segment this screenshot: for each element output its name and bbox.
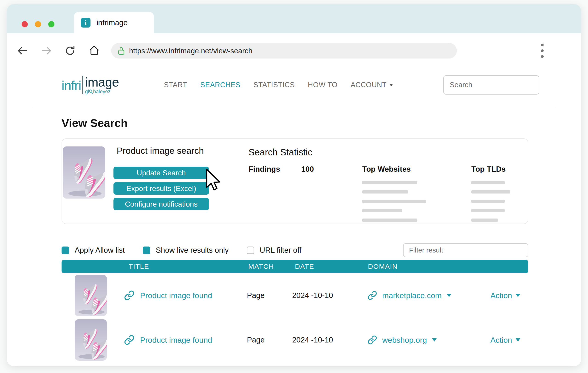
nav-item-statistics[interactable]: STATISTICS xyxy=(253,81,295,89)
result-title-link[interactable]: Product image found xyxy=(124,335,247,345)
placeholder-bar xyxy=(362,200,426,203)
table-header: TITLE MATCH DATE DOMAIN xyxy=(62,260,528,273)
result-date: 2024 -10-10 xyxy=(292,291,368,300)
checkbox-icon xyxy=(62,247,69,254)
nav-item-start[interactable]: START xyxy=(164,81,187,89)
logo-tagline: gl baleyez xyxy=(85,89,119,94)
placeholder-bar xyxy=(471,200,505,203)
results-table: TITLE MATCH DATE DOMAIN Product image fo… xyxy=(62,260,528,362)
search-statistic-panel: Search Statistic Findings 100 Top Websit… xyxy=(249,147,519,222)
browser-menu-button[interactable] xyxy=(540,42,545,59)
findings-stat: Findings 100 xyxy=(249,165,362,222)
column-header-match: MATCH xyxy=(247,262,292,270)
main-nav: START SEARCHES STATISTICS HOW TO ACCOUNT xyxy=(164,81,393,89)
infrimage-logo[interactable]: infri image gl baleyez xyxy=(62,76,119,94)
kebab-icon xyxy=(541,44,544,46)
product-image xyxy=(63,146,105,199)
result-action-dropdown[interactable]: Action xyxy=(490,291,528,300)
top-websites-block: Top Websites xyxy=(362,165,471,222)
nav-item-account[interactable]: ACCOUNT xyxy=(350,81,393,89)
logo-suffix: image xyxy=(85,76,119,89)
site-header: infri image gl baleyez START SEARCHES ST… xyxy=(62,71,539,99)
result-domain-dropdown[interactable]: webshop.org xyxy=(368,335,490,345)
filter-result-input[interactable] xyxy=(403,243,528,257)
home-button[interactable] xyxy=(89,45,100,56)
filter-row: Apply Allow list Show live results only … xyxy=(62,241,528,260)
link-icon xyxy=(368,291,377,300)
configure-notifications-button[interactable]: Configure notifications xyxy=(114,198,209,210)
reload-button[interactable] xyxy=(65,45,76,56)
top-websites-label: Top Websites xyxy=(362,165,471,173)
link-icon xyxy=(368,335,377,345)
result-match: Page xyxy=(247,291,292,300)
export-results-button[interactable]: Export results (Excel) xyxy=(114,182,209,195)
url-text: https://www.infrimage.net/view-search xyxy=(129,47,252,55)
checkbox-icon xyxy=(143,247,150,254)
table-row: Product image found Page 2024 -10-10 web… xyxy=(62,318,528,362)
placeholder-bar xyxy=(362,190,408,193)
url-filter-checkbox[interactable]: URL filter off xyxy=(247,246,302,254)
page-content: infri image gl baleyez START SEARCHES ST… xyxy=(7,62,581,362)
placeholder-bar xyxy=(362,219,417,222)
result-title-link[interactable]: Product image found xyxy=(124,290,247,301)
caret-down-icon xyxy=(516,294,520,297)
result-thumbnail xyxy=(75,275,107,316)
result-match: Page xyxy=(247,336,292,344)
minimize-window-button[interactable] xyxy=(35,21,41,27)
placeholder-bar xyxy=(471,219,498,222)
browser-tab[interactable]: i infrimage xyxy=(74,12,154,33)
top-tlds-label: Top TLDs xyxy=(471,165,519,173)
back-arrow-icon xyxy=(17,45,28,56)
placeholder-bar xyxy=(362,181,417,184)
maximize-window-button[interactable] xyxy=(48,21,54,27)
window-controls xyxy=(21,21,54,27)
apply-allow-list-checkbox[interactable]: Apply Allow list xyxy=(62,246,125,254)
header-divider xyxy=(32,108,556,108)
site-search-input[interactable] xyxy=(443,75,539,95)
link-icon xyxy=(124,290,135,301)
result-domain-dropdown[interactable]: marketplace.com xyxy=(368,291,490,300)
result-date: 2024 -10-10 xyxy=(292,336,368,344)
placeholder-bar xyxy=(362,209,402,212)
close-window-button[interactable] xyxy=(21,21,28,27)
nav-item-how-to[interactable]: HOW TO xyxy=(308,81,337,89)
placeholder-bar xyxy=(471,181,505,184)
logo-prefix: infri xyxy=(62,79,81,92)
chevron-down-icon xyxy=(389,84,393,86)
checkbox-icon xyxy=(247,247,254,254)
forward-button[interactable] xyxy=(41,45,52,56)
product-search-heading: Product image search xyxy=(117,146,204,156)
caret-down-icon xyxy=(432,338,437,342)
show-live-results-checkbox[interactable]: Show live results only xyxy=(143,246,229,254)
column-header-domain: DOMAIN xyxy=(368,262,490,270)
tab-title: infrimage xyxy=(96,18,128,27)
column-header-date: DATE xyxy=(292,262,368,270)
https-lock-icon xyxy=(118,46,125,56)
back-button[interactable] xyxy=(17,45,28,56)
search-actions: Update Search Export results (Excel) Con… xyxy=(114,167,209,210)
favicon-icon: i xyxy=(81,18,91,28)
statistics-heading: Search Statistic xyxy=(249,147,519,157)
findings-label: Findings xyxy=(249,165,280,222)
caret-down-icon xyxy=(447,294,451,297)
forward-arrow-icon xyxy=(41,45,52,56)
placeholder-bar xyxy=(471,209,505,212)
magnifier-icon xyxy=(89,89,93,94)
result-thumbnail xyxy=(75,319,107,361)
top-tlds-block: Top TLDs xyxy=(471,165,519,222)
findings-value: 100 xyxy=(301,165,314,222)
column-header-title: TITLE xyxy=(124,262,247,270)
search-summary-card: Product image search Update Search Expor… xyxy=(62,138,528,224)
top-tlds-placeholder-bars xyxy=(471,181,519,222)
link-icon xyxy=(124,335,135,345)
update-search-button[interactable]: Update Search xyxy=(114,167,209,179)
top-websites-placeholder-bars xyxy=(362,181,471,222)
nav-item-searches[interactable]: SEARCHES xyxy=(200,81,241,89)
result-action-dropdown[interactable]: Action xyxy=(490,336,528,344)
browser-window: i infrimage https://www.infrimage.net/vi… xyxy=(7,4,581,366)
address-bar[interactable]: https://www.infrimage.net/view-search xyxy=(111,43,457,59)
caret-down-icon xyxy=(516,338,520,342)
page-title: View Search xyxy=(62,116,528,130)
tab-strip: i infrimage xyxy=(7,4,581,33)
home-icon xyxy=(89,45,100,56)
